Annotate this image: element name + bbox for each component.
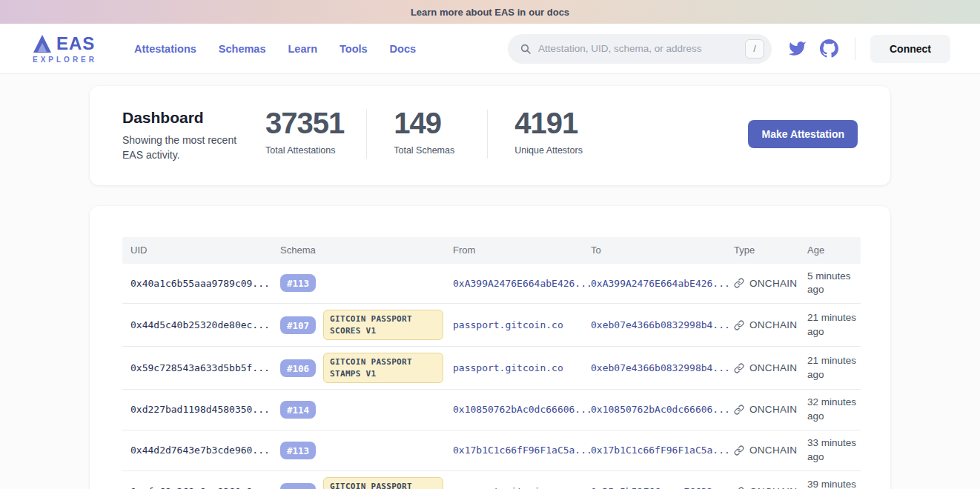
attestation-uid-link[interactable]: 0xcfc68a268e8ec9260a8...	[122, 486, 272, 489]
attestation-type: ONCHAIN	[726, 319, 799, 330]
attestations-table-card: UID Schema From To Type Age 0x40a1c6b55a…	[90, 206, 890, 489]
attestation-age: 39 minutes ago	[799, 478, 861, 489]
nav-learn[interactable]: Learn	[288, 43, 318, 55]
type-label: ONCHAIN	[749, 319, 797, 330]
schema-id-badge[interactable]: #114	[280, 401, 316, 419]
search-icon	[520, 43, 532, 55]
table-row[interactable]: 0x44d5c40b25320de80ec... #107 GITCOIN PA…	[122, 304, 861, 347]
schema-name-badge[interactable]: GITCOIN PASSPORT STAMPS V1	[323, 353, 443, 383]
schema-id-badge[interactable]: #113	[280, 442, 316, 459]
stat-label: Total Attestations	[265, 144, 336, 158]
attestation-uid-link[interactable]: 0x44d5c40b25320de80ec...	[122, 319, 272, 330]
stat-total-attestations: 37351 Total Attestations	[265, 108, 344, 158]
type-label: ONCHAIN	[749, 278, 797, 289]
app-header: EAS EXPLORER Attestations Schemas Learn …	[0, 24, 980, 74]
stats-row: 37351 Total Attestations 149 Total Schem…	[265, 108, 586, 159]
to-address-link[interactable]: 0x17b1C1c66fF96F1aC5a...	[583, 445, 726, 456]
stat-value: 37351	[265, 108, 344, 138]
from-address-link[interactable]: passport.gitcoin.co	[445, 319, 583, 330]
attestation-uid-link[interactable]: 0xd227bad1198d4580350...	[122, 404, 272, 415]
attestation-uid-link[interactable]: 0x59c728543a633d5bb5f...	[122, 362, 272, 373]
dashboard-title-block: Dashboard Showing the most recent EAS ac…	[122, 107, 265, 163]
attestation-age: 5 minutes ago	[799, 270, 861, 298]
connect-wallet-button[interactable]: Connect	[870, 35, 950, 63]
to-address-link[interactable]: 0xeb07e4366b0832998b4...	[583, 319, 726, 330]
logo-title: EAS	[56, 35, 95, 53]
attestation-type: ONCHAIN	[726, 404, 799, 415]
attestation-uid-link[interactable]: 0x40a1c6b55aaa9789c09...	[122, 278, 272, 289]
from-address-link[interactable]: 0x17b1C1c66fF96F1aC5a...	[445, 445, 583, 456]
column-header-from: From	[445, 245, 583, 256]
to-address-link[interactable]: 0x10850762bAc0dc66606...	[583, 404, 726, 415]
attestation-age: 33 minutes ago	[799, 436, 861, 465]
main-nav: Attestations Schemas Learn Tools Docs	[134, 43, 416, 55]
column-header-type: Type	[726, 245, 799, 256]
nav-tools[interactable]: Tools	[340, 43, 368, 55]
to-address-link[interactable]: 0xeb07e4366b0832998b4...	[583, 362, 726, 373]
attestation-age: 32 minutes ago	[799, 396, 861, 424]
stat-divider	[366, 110, 367, 159]
link-icon	[734, 405, 744, 415]
schema-id-badge[interactable]: #107	[280, 316, 316, 334]
stat-unique-attestors: 4191 Unique Attestors	[514, 108, 586, 158]
schema-id-badge[interactable]: #107	[280, 483, 316, 489]
table-header-row: UID Schema From To Type Age	[122, 237, 861, 264]
column-header-uid: UID	[122, 245, 272, 256]
attestation-age: 21 minutes ago	[799, 311, 861, 339]
from-address-link[interactable]: 0xA399A2476E664abE426...	[445, 278, 583, 289]
attestation-type: ONCHAIN	[726, 486, 799, 489]
link-icon	[734, 320, 744, 330]
from-address-link[interactable]: passport.gitcoin.co	[445, 486, 583, 489]
github-icon[interactable]	[820, 39, 838, 58]
eas-triangle-icon	[33, 34, 52, 53]
table-row[interactable]: 0xd227bad1198d4580350... #114 0x10850762…	[122, 390, 861, 430]
nav-docs[interactable]: Docs	[390, 43, 416, 55]
to-address-link[interactable]: 0xD5a5b52F6CeaccEC632...	[583, 486, 726, 489]
stat-label: Unique Attestors	[514, 144, 586, 158]
stat-value: 149	[394, 108, 465, 138]
make-attestation-button[interactable]: Make Attestation	[748, 120, 858, 148]
table-row[interactable]: 0x44d2d7643e7b3cde960... #113 0x17b1C1c6…	[122, 430, 861, 471]
column-header-age: Age	[799, 245, 861, 256]
nav-schemas[interactable]: Schemas	[219, 43, 266, 55]
attestation-type: ONCHAIN	[726, 362, 799, 373]
to-address-link[interactable]: 0xA399A2476E664abE426...	[583, 278, 726, 289]
search-shortcut-key: /	[745, 39, 764, 59]
page-subtitle: Showing the most recent EAS activity.	[122, 133, 259, 163]
announcement-banner: Learn more about EAS in our docs	[0, 0, 980, 24]
attestation-type: ONCHAIN	[726, 445, 799, 456]
eas-logo[interactable]: EAS EXPLORER	[33, 34, 97, 64]
table-row[interactable]: 0x40a1c6b55aaa9789c09... #113 0xA399A247…	[122, 264, 861, 305]
attestations-table: UID Schema From To Type Age 0x40a1c6b55a…	[122, 237, 861, 489]
attestation-uid-link[interactable]: 0x44d2d7643e7b3cde960...	[122, 445, 272, 456]
column-header-schema: Schema	[272, 245, 445, 256]
banner-text: Learn more about EAS in	[411, 7, 526, 18]
schema-name-badge[interactable]: GITCOIN PASSPORT SCORES V1	[323, 310, 443, 340]
type-label: ONCHAIN	[749, 362, 797, 373]
type-label: ONCHAIN	[749, 445, 797, 456]
search-bar[interactable]: /	[508, 34, 772, 64]
dashboard-card: Dashboard Showing the most recent EAS ac…	[90, 86, 890, 185]
banner-docs-link[interactable]: our docs	[529, 7, 569, 18]
stat-value: 4191	[514, 108, 586, 138]
stat-divider	[487, 110, 488, 159]
twitter-icon[interactable]	[788, 39, 807, 58]
from-address-link[interactable]: 0x10850762bAc0dc66606...	[445, 404, 583, 415]
stat-total-schemas: 149 Total Schemas	[394, 108, 465, 158]
nav-attestations[interactable]: Attestations	[134, 43, 196, 55]
schema-name-badge[interactable]: GITCOIN PASSPORT SCORES V1	[323, 477, 443, 489]
link-icon	[734, 363, 744, 373]
stat-label: Total Schemas	[394, 144, 464, 158]
header-divider	[855, 38, 855, 60]
from-address-link[interactable]: passport.gitcoin.co	[445, 362, 583, 373]
type-label: ONCHAIN	[749, 486, 797, 489]
schema-id-badge[interactable]: #106	[280, 359, 316, 377]
logo-subtitle: EXPLORER	[33, 56, 97, 64]
schema-id-badge[interactable]: #113	[280, 274, 316, 292]
table-row[interactable]: 0xcfc68a268e8ec9260a8... #107 GITCOIN PA…	[122, 471, 861, 489]
search-input[interactable]	[538, 43, 745, 54]
column-header-to: To	[583, 245, 726, 256]
table-row[interactable]: 0x59c728543a633d5bb5f... #106 GITCOIN PA…	[122, 347, 861, 390]
social-links	[788, 39, 838, 58]
page-title: Dashboard	[122, 109, 265, 127]
